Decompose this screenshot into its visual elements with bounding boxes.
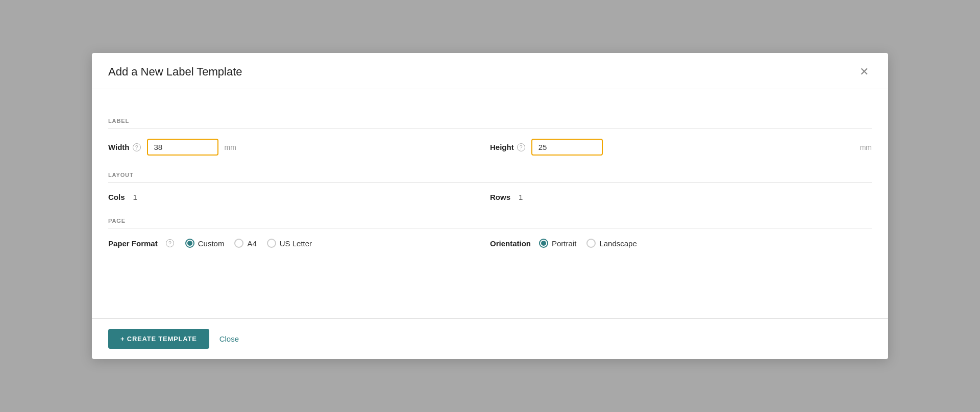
page-row: Paper Format ? Custom A4 US — [108, 239, 872, 248]
paper-format-usletter-option[interactable]: US Letter — [267, 239, 312, 248]
page-section-divider — [108, 228, 872, 228]
orientation-landscape-radio[interactable] — [586, 239, 596, 248]
cols-value: 1 — [133, 193, 137, 201]
close-button[interactable]: Close — [219, 334, 239, 343]
orientation-portrait-label: Portrait — [552, 239, 576, 248]
paper-format-usletter-radio[interactable] — [267, 239, 276, 248]
layout-row: Cols 1 Rows 1 — [108, 193, 872, 201]
modal-title: Add a New Label Template — [108, 65, 242, 79]
width-label: Width — [108, 143, 130, 151]
page-section-heading: PAGE — [108, 218, 872, 224]
orientation-landscape-label: Landscape — [599, 239, 636, 248]
width-input[interactable] — [147, 139, 218, 156]
paper-format-a4-option[interactable]: A4 — [234, 239, 256, 248]
modal-dialog: Add a New Label Template ✕ LABEL Width ?… — [92, 53, 888, 359]
rows-value: 1 — [519, 193, 523, 201]
height-unit: mm — [860, 143, 872, 151]
cols-label: Cols — [108, 193, 125, 201]
modal-header: Add a New Label Template ✕ — [92, 53, 888, 89]
orientation-landscape-option[interactable]: Landscape — [586, 239, 636, 248]
create-template-button[interactable]: + CREATE TEMPLATE — [108, 329, 209, 349]
paper-format-group: Paper Format ? Custom A4 US — [108, 239, 490, 248]
layout-section-divider — [108, 182, 872, 183]
modal-footer: + CREATE TEMPLATE Close — [92, 318, 888, 359]
paper-format-a4-label: A4 — [247, 239, 256, 248]
paper-format-custom-label: Custom — [198, 239, 225, 248]
paper-format-usletter-label: US Letter — [280, 239, 312, 248]
orientation-group: Orientation Portrait Landscape — [490, 239, 872, 248]
paper-format-a4-radio[interactable] — [234, 239, 243, 248]
cols-field-group: Cols 1 — [108, 193, 490, 201]
orientation-label: Orientation — [490, 239, 531, 248]
height-help-icon: ? — [517, 143, 525, 151]
rows-label: Rows — [490, 193, 510, 201]
orientation-radio-group: Portrait Landscape — [539, 239, 637, 248]
layout-section-heading: LAYOUT — [108, 172, 872, 178]
paper-format-custom-option[interactable]: Custom — [185, 239, 225, 248]
width-field-group: Width ? mm — [108, 139, 490, 156]
label-section-divider — [108, 128, 872, 128]
orientation-portrait-option[interactable]: Portrait — [539, 239, 576, 248]
height-input[interactable] — [531, 139, 603, 156]
orientation-portrait-radio[interactable] — [539, 239, 548, 248]
height-field-group: Height ? mm — [490, 139, 872, 156]
rows-field-group: Rows 1 — [490, 193, 872, 201]
modal-body: LABEL Width ? mm Height ? mm — [92, 89, 888, 318]
modal-overlay: Add a New Label Template ✕ LABEL Width ?… — [0, 0, 980, 412]
paper-format-radio-group: Custom A4 US Letter — [185, 239, 312, 248]
paper-format-label: Paper Format — [108, 239, 158, 248]
paper-format-help-icon: ? — [166, 239, 174, 247]
width-unit: mm — [225, 143, 236, 151]
width-help-icon: ? — [133, 143, 141, 151]
close-x-button[interactable]: ✕ — [856, 65, 872, 79]
label-section-heading: LABEL — [108, 118, 872, 124]
paper-format-custom-radio[interactable] — [185, 239, 194, 248]
label-dimensions-row: Width ? mm Height ? mm — [108, 139, 872, 156]
height-label: Height — [490, 143, 514, 151]
